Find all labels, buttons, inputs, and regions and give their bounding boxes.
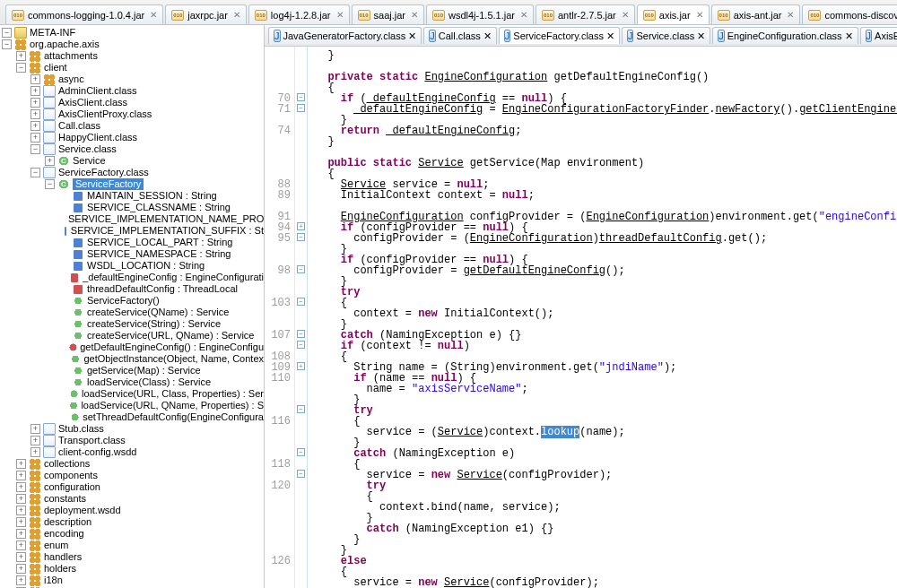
fold-toggle[interactable]: − — [297, 93, 305, 101]
jar-tab[interactable]: axis-ant.jar✕ — [711, 4, 801, 24]
disclosure-icon[interactable]: + — [30, 86, 40, 96]
tree-row[interactable]: getDefaultEngineConfig() : EngineConfigu — [59, 342, 264, 353]
fold-toggle[interactable]: − — [297, 233, 305, 241]
tree-row[interactable]: getObjectInstance(Object, Name, Contex — [59, 353, 264, 365]
fold-toggle[interactable]: + — [297, 362, 305, 370]
editor-tab[interactable]: AxisEngine.cl✕ — [860, 27, 897, 44]
tree-row[interactable]: +AxisClientProxy.class — [30, 108, 264, 120]
tree-row[interactable]: WSDL_LOCATION : String — [59, 260, 264, 272]
close-icon[interactable]: ✕ — [233, 10, 240, 20]
editor-tab[interactable]: JavaGeneratorFactory.class✕ — [268, 27, 422, 44]
close-icon[interactable]: ✕ — [336, 10, 344, 20]
tree-row[interactable]: +attachments — [16, 50, 264, 62]
source-code[interactable]: } private static EngineConfiguration get… — [308, 47, 897, 588]
tree-row[interactable]: +holders — [16, 563, 264, 575]
disclosure-icon[interactable]: − — [30, 144, 40, 154]
tree-row[interactable]: loadService(Class) : Service — [59, 376, 264, 388]
tree-row[interactable]: −client — [16, 62, 264, 74]
tree-row[interactable]: +constants — [16, 493, 264, 505]
close-icon[interactable]: ✕ — [483, 30, 492, 42]
tree-row[interactable]: ServiceFactory() — [59, 295, 264, 307]
tree-row[interactable]: +async — [30, 74, 264, 85]
disclosure-icon[interactable]: + — [45, 156, 55, 166]
disclosure-icon[interactable]: + — [16, 459, 26, 469]
disclosure-icon[interactable]: − — [16, 63, 26, 73]
fold-toggle[interactable]: − — [297, 341, 305, 349]
disclosure-icon[interactable]: + — [16, 506, 26, 515]
tree-row[interactable]: +Transport.class — [30, 435, 264, 446]
tree-row[interactable]: +collections — [16, 458, 264, 470]
close-icon[interactable]: ✕ — [520, 10, 527, 20]
disclosure-icon[interactable]: + — [30, 74, 40, 84]
fold-toggle[interactable]: − — [297, 405, 305, 413]
editor-tab[interactable]: Call.class✕ — [423, 27, 497, 44]
disclosure-icon[interactable]: + — [16, 471, 26, 480]
jar-tab[interactable]: axis.jar✕ — [637, 4, 710, 24]
tree-row[interactable]: createService(QName) : Service — [59, 307, 264, 318]
disclosure-icon[interactable]: + — [30, 109, 40, 119]
tree-row[interactable]: loadService(URL, Class, Properties) : Se… — [59, 388, 264, 400]
close-icon[interactable]: ✕ — [845, 30, 853, 42]
tree-row[interactable]: SERVICE_IMPLEMENTATION_SUFFIX : St — [59, 225, 264, 237]
disclosure-icon[interactable]: + — [30, 436, 40, 445]
jar-tab[interactable]: commons-logging-1.0.4.jar✕ — [5, 4, 163, 24]
close-icon[interactable]: ✕ — [411, 10, 418, 20]
disclosure-icon[interactable]: − — [45, 179, 55, 189]
disclosure-icon[interactable]: + — [16, 51, 26, 61]
disclosure-icon[interactable]: + — [30, 424, 40, 434]
disclosure-icon[interactable]: + — [16, 564, 26, 574]
tree-row[interactable]: −Service.class — [30, 143, 264, 155]
tree-row[interactable]: +encoding — [16, 528, 264, 540]
disclosure-icon[interactable]: + — [16, 540, 26, 550]
fold-toggle[interactable]: − — [297, 330, 305, 338]
fold-toggle[interactable]: + — [297, 222, 305, 230]
jar-tab[interactable]: jaxrpc.jar✕ — [165, 4, 247, 24]
code-viewer[interactable]: 7071748889919495981031071081091101161181… — [265, 47, 897, 588]
disclosure-icon[interactable]: + — [16, 494, 26, 504]
tree-row[interactable]: +handlers — [16, 551, 264, 563]
tree-row[interactable]: −org.apache.axis — [2, 39, 264, 50]
close-icon[interactable]: ✕ — [696, 10, 703, 20]
tree-row[interactable]: +client-config.wsdd — [30, 446, 264, 458]
tree-row[interactable]: threadDefaultConfig : ThreadLocal — [59, 283, 264, 295]
tree-row[interactable]: −ServiceFactory — [45, 178, 264, 190]
tree-row[interactable]: SERVICE_CLASSNAME : String — [59, 202, 264, 213]
fold-toggle[interactable]: − — [297, 448, 305, 456]
tree-row[interactable]: +configuration — [16, 481, 264, 493]
tree-row[interactable]: createService(String) : Service — [59, 318, 264, 330]
tree-row[interactable]: getService(Map) : Service — [59, 365, 264, 376]
close-icon[interactable]: ✕ — [606, 30, 614, 42]
disclosure-icon[interactable]: + — [16, 529, 26, 539]
fold-toggle[interactable]: − — [297, 265, 305, 273]
tree-row[interactable]: +i18n — [16, 575, 264, 586]
fold-toggle[interactable]: − — [297, 470, 305, 478]
disclosure-icon[interactable]: + — [16, 517, 26, 527]
tree-row[interactable]: SERVICE_LOCAL_PART : String — [59, 237, 264, 248]
close-icon[interactable]: ✕ — [150, 10, 157, 20]
disclosure-icon[interactable]: − — [2, 28, 12, 38]
disclosure-icon[interactable]: − — [2, 39, 12, 49]
tree-row[interactable]: SERVICE_IMPLEMENTATION_NAME_PRO — [59, 213, 264, 225]
tree-row[interactable]: +description — [16, 516, 264, 528]
disclosure-icon[interactable]: + — [16, 575, 26, 585]
fold-gutter[interactable]: −−+−−−−−+−−− — [295, 47, 308, 588]
tree-row[interactable]: +HappyClient.class — [30, 132, 264, 143]
tree-row[interactable]: −ServiceFactory.class — [30, 167, 264, 178]
tree-row[interactable]: +Stub.class — [30, 423, 264, 435]
tree-row[interactable]: −META-INF — [2, 27, 264, 39]
disclosure-icon[interactable]: + — [30, 133, 40, 143]
disclosure-icon[interactable]: + — [16, 552, 26, 562]
tree-row[interactable]: +enum — [16, 540, 264, 551]
tree-row[interactable]: +components — [16, 470, 264, 481]
editor-tab[interactable]: EngineConfiguration.class✕ — [712, 27, 858, 44]
jar-tab[interactable]: saaj.jar✕ — [352, 4, 424, 24]
jar-tab[interactable]: antlr-2.7.5.jar✕ — [536, 4, 635, 24]
fold-toggle[interactable]: − — [297, 298, 305, 306]
tree-row[interactable]: +Service — [45, 155, 264, 167]
tree-row[interactable]: +AdminClient.class — [30, 85, 264, 97]
tree-row[interactable]: _defaultEngineConfig : EngineConfigurati — [59, 272, 264, 283]
tree-row[interactable]: SERVICE_NAMESPACE : String — [59, 248, 264, 260]
jar-tab[interactable]: log4j-1.2.8.jar✕ — [248, 4, 350, 24]
close-icon[interactable]: ✕ — [408, 30, 416, 42]
close-icon[interactable]: ✕ — [622, 10, 629, 20]
